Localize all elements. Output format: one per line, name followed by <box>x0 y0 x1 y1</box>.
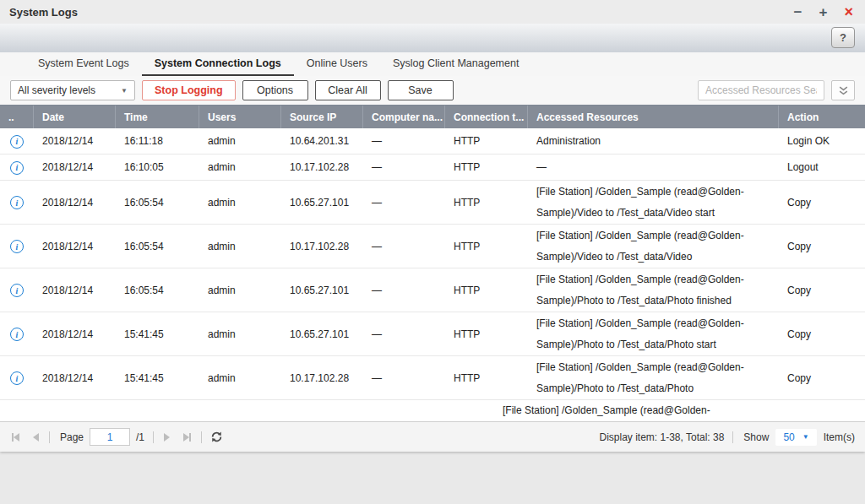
info-icon[interactable]: i <box>10 135 24 149</box>
stop-logging-button[interactable]: Stop Logging <box>142 80 236 100</box>
window-title: System Logs <box>9 6 78 19</box>
chevron-down-icon: ▼ <box>121 87 128 95</box>
tab-system-event-logs[interactable]: System Event Logs <box>25 52 142 76</box>
table-row[interactable]: i2018/12/1416:05:54admin10.65.27.101—HTT… <box>0 181 865 225</box>
tab-bar: System Event LogsSystem Connection LogsO… <box>0 52 865 76</box>
page-label: Page <box>60 431 84 443</box>
column-header-users[interactable]: Users <box>199 106 281 128</box>
double-chevron-down-icon[interactable] <box>831 80 855 100</box>
cell-source-ip: 10.65.27.101 <box>281 328 363 340</box>
system-logs-window: System Logs − + × ? System Event LogsSys… <box>0 0 865 452</box>
refresh-icon[interactable] <box>210 431 223 443</box>
cell-accessed-resources: [File Station] /Golden_Sample (read@Gold… <box>528 357 779 399</box>
window-subheader: ? <box>0 24 865 52</box>
cell-source-ip: 10.17.102.28 <box>281 241 363 252</box>
cell-date: 2018/12/14 <box>34 135 116 147</box>
cell-action: Logout <box>779 161 865 173</box>
cell-time: 16:05:54 <box>116 197 199 209</box>
cell-accessed-resources: [File Station] /Golden_Sample (read@Gold… <box>528 182 779 224</box>
page-total-label: /1 <box>136 431 144 443</box>
column-header-connection-type[interactable]: Connection t... <box>445 106 528 128</box>
clear-all-button[interactable]: Clear All <box>315 80 381 100</box>
cell-date: 2018/12/14 <box>34 328 116 340</box>
info-icon[interactable]: i <box>10 328 24 341</box>
cell-accessed-resources: [File Station] /Golden_Sample (read@Gold… <box>528 313 779 355</box>
table-row[interactable]: i2018/12/1415:41:45admin10.17.102.28—HTT… <box>0 356 865 400</box>
maximize-icon[interactable]: + <box>819 5 828 19</box>
footer-divider <box>153 431 154 443</box>
table-row[interactable]: i2018/12/1416:10:05admin10.17.102.28—HTT… <box>0 154 865 181</box>
table-row[interactable]: i2018/12/1416:05:54admin10.65.27.101—HTT… <box>0 268 865 312</box>
desktop-background <box>0 452 865 504</box>
severity-filter-select[interactable]: All severity levels ▼ <box>10 80 135 100</box>
footer-divider <box>732 431 733 443</box>
table-header-row: ..DateTimeUsersSource IPComputer na...Co… <box>0 105 865 128</box>
close-icon[interactable]: × <box>844 4 853 19</box>
tab-system-connection-logs[interactable]: System Connection Logs <box>142 52 294 76</box>
info-icon[interactable]: i <box>10 161 24 175</box>
cell-time: 16:05:54 <box>116 285 199 296</box>
table-row[interactable]: i2018/12/1416:05:54admin10.17.102.28—HTT… <box>0 225 865 268</box>
search-input[interactable] <box>698 80 824 100</box>
cell-connection-type: HTTP <box>445 285 528 296</box>
footer-divider <box>49 431 50 443</box>
prev-page-button[interactable] <box>31 433 41 442</box>
info-icon[interactable]: i <box>10 196 24 209</box>
cell-accessed-resources: [File Station] /Golden_Sample (read@Gold… <box>528 225 779 268</box>
cell-time: 15:41:45 <box>116 372 199 384</box>
cell-connection-type: HTTP <box>445 372 528 384</box>
info-icon[interactable]: i <box>10 371 24 385</box>
column-header-action[interactable]: Action <box>779 106 865 128</box>
window-controls: − + × <box>794 4 853 19</box>
next-page-button[interactable] <box>162 433 171 442</box>
table-row[interactable]: i2018/12/1415:41:45admin10.65.27.101—HTT… <box>0 312 865 356</box>
table-row[interactable]: i2018/12/1416:11:18admin10.64.201.31—HTT… <box>0 128 865 154</box>
cell-time: 16:11:18 <box>116 135 199 147</box>
display-info: Display item: 1-38, Total: 38 <box>599 431 724 443</box>
column-header-accessed-resources[interactable]: Accessed Resources <box>528 106 779 128</box>
cell-source-ip: 10.17.102.28 <box>281 161 363 173</box>
column-header-date[interactable]: Date <box>34 106 116 128</box>
cell-users: admin <box>199 328 281 340</box>
help-button[interactable]: ? <box>831 27 855 48</box>
cell-connection-type: HTTP <box>445 328 528 340</box>
toolbar: All severity levels ▼ Stop LoggingOption… <box>0 76 865 105</box>
tab-syslog-client-management[interactable]: Syslog Client Management <box>380 52 531 76</box>
column-header-time[interactable]: Time <box>116 106 199 128</box>
cell-time: 15:41:45 <box>116 328 199 340</box>
minimize-icon[interactable]: − <box>794 5 802 19</box>
show-items-select[interactable]: 50 ▼ <box>775 429 816 446</box>
column-header-computer-name[interactable]: Computer na... <box>363 106 445 128</box>
cell-action: Login OK <box>779 135 865 147</box>
cell-action: Copy <box>779 241 865 252</box>
footer-divider <box>201 431 202 443</box>
tab-online-users[interactable]: Online Users <box>294 52 380 76</box>
cell-date: 2018/12/14 <box>34 161 116 173</box>
cell-accessed-resources: [File Station] /Golden_Sample (read@Gold… <box>494 400 745 421</box>
cell-computer-name: — <box>363 135 445 147</box>
cell-users: admin <box>199 161 281 173</box>
show-items-value: 50 <box>783 431 794 443</box>
options-button[interactable]: Options <box>242 80 308 100</box>
info-icon[interactable]: i <box>10 284 24 297</box>
cell-connection-type: HTTP <box>445 161 528 173</box>
cell-severity: i <box>0 283 34 297</box>
cell-severity: i <box>0 160 34 175</box>
cell-connection-type: HTTP <box>445 241 528 252</box>
page-input[interactable] <box>90 428 130 446</box>
table-row[interactable]: [File Station] /Golden_Sample (read@Gold… <box>0 400 865 421</box>
info-icon[interactable]: i <box>10 240 24 253</box>
cell-date: 2018/12/14 <box>34 241 116 252</box>
first-page-button[interactable] <box>10 433 21 442</box>
column-header-severity[interactable]: .. <box>0 106 34 128</box>
pagination-footer: Page /1 Display item: 1-38, Total: 38 Sh… <box>0 421 865 452</box>
table-body: i2018/12/1416:11:18admin10.64.201.31—HTT… <box>0 128 865 421</box>
save-button[interactable]: Save <box>388 80 454 100</box>
items-label: Item(s) <box>824 431 855 443</box>
cell-time: 16:10:05 <box>116 161 199 173</box>
last-page-button[interactable] <box>182 433 193 442</box>
column-header-source-ip[interactable]: Source IP <box>281 106 363 128</box>
cell-source-ip: 10.64.201.31 <box>281 135 363 147</box>
cell-computer-name: — <box>363 285 445 296</box>
cell-action: Copy <box>779 372 865 384</box>
